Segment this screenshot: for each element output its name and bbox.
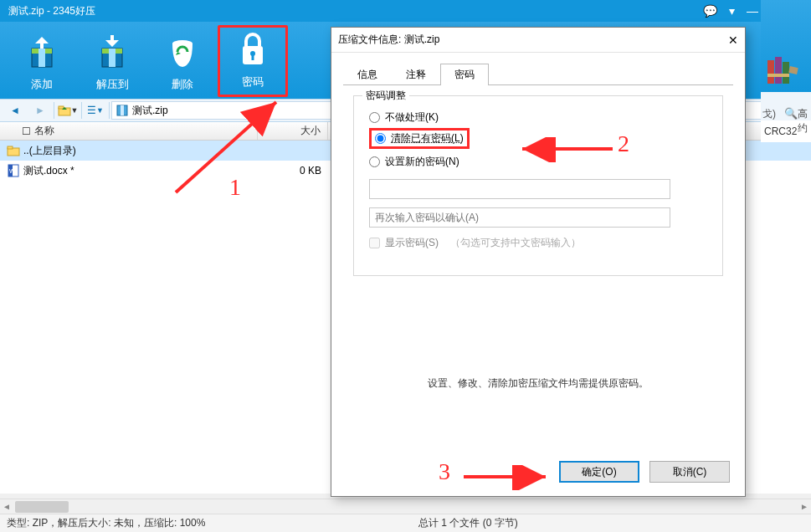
delete-icon	[159, 32, 206, 72]
svg-rect-15	[121, 105, 124, 115]
toolbar-password-label: 密码	[242, 74, 264, 90]
dropdown-icon[interactable]: ▾	[729, 4, 735, 18]
radio-clear-label: 清除已有密码(L)	[391, 131, 464, 146]
scroll-left-arrow[interactable]: ◄	[0, 500, 13, 514]
nav-back-button[interactable]: ◄	[3, 101, 27, 120]
col-size-header[interactable]: 大小	[258, 122, 328, 140]
svg-rect-25	[767, 74, 789, 77]
status-bar: 类型: ZIP，解压后大小: 未知，压缩比: 100% 总计 1 个文件 (0 …	[0, 514, 811, 532]
ok-button[interactable]: 确定(O)	[559, 461, 639, 483]
dialog-close-button[interactable]: ✕	[728, 33, 738, 47]
svg-rect-22	[775, 57, 782, 84]
password-input[interactable]	[369, 179, 670, 199]
view-mode-button[interactable]: ☰ ▼	[84, 101, 107, 120]
tab-comment[interactable]: 注释	[392, 64, 440, 85]
archive-file-icon	[115, 104, 129, 117]
radio-clear-input[interactable]	[375, 133, 386, 144]
svg-rect-21	[767, 60, 774, 84]
add-icon	[18, 32, 65, 72]
toolbar-extract-button[interactable]: 解压到	[77, 25, 147, 97]
show-password-checkbox[interactable]	[369, 238, 380, 248]
show-password-hint: （勾选可支持中文密码输入）	[450, 236, 581, 250]
toolbar-delete-label: 删除	[172, 77, 193, 92]
titlebar: 测试.zip - 2345好压 💬 ▾ — ☐ ✕	[0, 0, 811, 22]
toolbar-delete-button[interactable]: 删除	[147, 25, 218, 97]
toolbar-password-button[interactable]: 密码	[218, 25, 288, 97]
tab-password[interactable]: 密码	[440, 64, 489, 85]
archive-info-dialog: 压缩文件信息: 测试.zip ✕ 信息 注释 密码 密码调整 不做处理(K) 清…	[331, 27, 746, 497]
toolbar-extract-label: 解压到	[96, 77, 129, 92]
status-right: 总计 1 个文件 (0 字节)	[418, 516, 518, 530]
right-edge-clipped: 戈) 🔍 高约 CRC32	[761, 0, 811, 142]
chat-icon[interactable]: 💬	[703, 4, 717, 18]
svg-rect-13	[59, 106, 64, 109]
scroll-thumb[interactable]	[15, 501, 69, 513]
password-icon	[229, 29, 276, 69]
annotation-3: 3	[439, 458, 450, 485]
folder-icon	[7, 144, 20, 157]
toolbar-add-button[interactable]: 添加	[7, 25, 77, 97]
show-password-label: 显示密码(S)	[385, 236, 439, 250]
path-text: 测试.zip	[132, 104, 168, 118]
col-name-header[interactable]: ☐名称	[0, 122, 258, 140]
svg-rect-24	[788, 66, 798, 74]
nav-up-button[interactable]: ▼	[56, 101, 80, 120]
nav-fwd-button[interactable]: ►	[28, 101, 52, 120]
extract-icon	[89, 32, 136, 72]
dialog-tabs: 信息 注释 密码	[343, 63, 733, 85]
svg-rect-6	[109, 49, 115, 67]
show-password-row: 显示密码(S) （勾选可支持中文密码输入）	[369, 236, 707, 250]
radio-set[interactable]: 设置新的密码(N)	[369, 152, 707, 171]
row-file-1-size: 0 KB	[258, 165, 328, 176]
row-file-1-name: 测试.docx *	[23, 164, 74, 178]
dialog-note: 设置、修改、清除加密压缩文件均需提供原密码。	[331, 376, 745, 391]
fieldset-legend: 密码调整	[362, 89, 409, 103]
svg-rect-2	[38, 49, 45, 67]
radio-none-input[interactable]	[369, 112, 380, 123]
svg-rect-3	[40, 42, 44, 49]
svg-rect-7	[110, 35, 114, 42]
dialog-titlebar: 压缩文件信息: 测试.zip ✕	[331, 28, 745, 53]
row-up-label: ..(上层目录)	[23, 144, 76, 158]
docx-icon: W	[7, 164, 20, 177]
dialog-title-text: 压缩文件信息: 测试.zip	[338, 33, 439, 47]
svg-rect-23	[783, 62, 789, 84]
password-fieldset: 密码调整 不做处理(K) 清除已有密码(L) 设置新的密码(N) 显示密码(S)…	[353, 95, 723, 276]
dialog-buttons: 确定(O) 取消(C)	[559, 461, 730, 483]
window-title: 测试.zip - 2345好压	[8, 4, 95, 18]
col-crc-header[interactable]: CRC32	[764, 125, 797, 137]
svg-rect-17	[8, 146, 13, 149]
status-left: 类型: ZIP，解压后大小: 未知，压缩比: 100%	[7, 516, 205, 530]
folder-up-icon	[58, 104, 71, 117]
search-icon[interactable]: 🔍	[784, 107, 798, 120]
radio-clear-highlighted: 清除已有密码(L)	[369, 128, 470, 149]
tab-info[interactable]: 信息	[343, 64, 392, 85]
svg-rect-11	[252, 54, 254, 60]
cancel-button[interactable]: 取消(C)	[649, 461, 730, 483]
books-icon	[764, 52, 801, 89]
annotation-2: 2	[618, 130, 629, 157]
scroll-right-arrow[interactable]: ►	[798, 500, 811, 514]
radio-none[interactable]: 不做处理(K)	[369, 108, 707, 126]
horizontal-scrollbar[interactable]: ◄ ►	[0, 499, 811, 514]
toolbar-add-label: 添加	[31, 77, 53, 92]
password-confirm-input[interactable]	[369, 207, 670, 228]
svg-text:W: W	[9, 168, 15, 174]
annotation-1: 1	[229, 174, 241, 201]
radio-set-input[interactable]	[369, 156, 380, 167]
minimize-icon[interactable]: —	[747, 4, 758, 18]
